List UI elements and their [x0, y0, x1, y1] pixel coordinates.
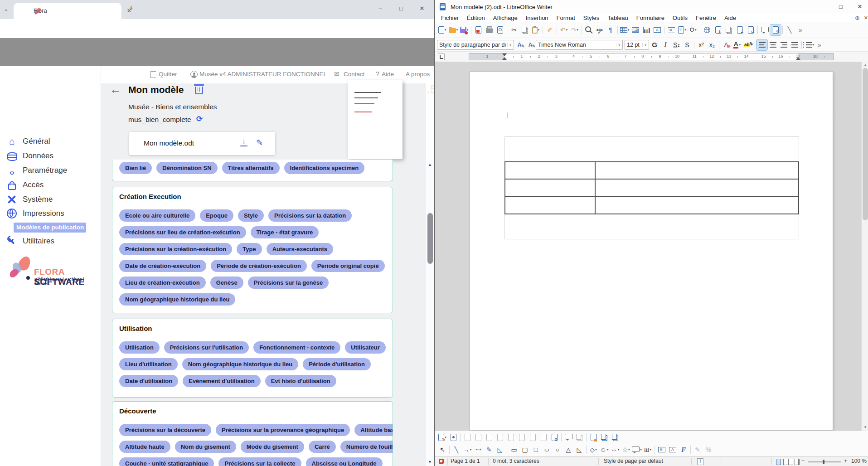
find-replace[interactable]: [583, 24, 594, 35]
save[interactable]: ▾: [459, 24, 470, 35]
menu-insertion[interactable]: Insertion: [522, 14, 553, 22]
curve[interactable]: ~▾: [473, 444, 484, 455]
status-word-count[interactable]: 0 mot, 3 caractères: [493, 458, 539, 464]
insert-bookmark[interactable]: [734, 24, 745, 35]
document-page[interactable]: [470, 71, 833, 430]
open[interactable]: ▾: [448, 24, 459, 35]
chip[interactable]: Précisions sur la genèse: [248, 277, 329, 289]
chip[interactable]: Mode du gisement: [241, 441, 304, 453]
chip[interactable]: Nom géographique historique du lieu: [119, 293, 235, 306]
clone-formatting[interactable]: ✐: [544, 24, 555, 35]
circle[interactable]: ○: [552, 444, 563, 455]
font-name-combo[interactable]: Times New Roman ∨: [536, 40, 623, 50]
chip[interactable]: Précisions sur la collecte: [218, 457, 301, 466]
bullet-list[interactable]: ▾: [803, 39, 814, 50]
table-boundary[interactable]: [504, 136, 799, 239]
writer-scrollbar[interactable]: ▲ ▼: [861, 62, 868, 431]
chip[interactable]: Précisions sur la découverte: [119, 424, 211, 436]
left-indent-marker[interactable]: [502, 57, 507, 60]
horizontal-ruler[interactable]: 1123456789101112131415161718: [469, 53, 834, 60]
browser-tab[interactable]: Flora ✕: [14, 3, 121, 19]
menu-outils[interactable]: Outils: [669, 14, 692, 22]
symbol-shapes[interactable]: ☺▾: [599, 444, 610, 455]
paste[interactable]: ▾: [530, 24, 541, 35]
cross-reference[interactable]: [745, 24, 756, 35]
show-changes[interactable]: [448, 432, 459, 443]
globe-icon[interactable]: ⊕: [855, 15, 860, 21]
chip[interactable]: Tirage - état gravure: [251, 226, 319, 238]
close-document-icon[interactable]: ✕: [864, 15, 868, 21]
status-page-style[interactable]: Style de page par défaut: [604, 458, 663, 464]
insert-line[interactable]: ╲: [784, 24, 795, 35]
insert-field[interactable]: ▾: [677, 24, 688, 35]
chip[interactable]: Période de création-exécution: [211, 260, 307, 272]
polygon[interactable]: ◺: [495, 444, 505, 455]
multi-page-view-icon[interactable]: [783, 459, 788, 465]
clear-formatting[interactable]: [721, 39, 732, 50]
apropos-link[interactable]: A propos: [406, 71, 430, 78]
single-page-view-icon[interactable]: [776, 459, 781, 465]
tab-search-icon[interactable]: ⌄: [4, 5, 9, 12]
font-size-combo[interactable]: 12 pt ∨: [625, 40, 649, 50]
chip[interactable]: Evt histo d'utilisation: [265, 375, 336, 387]
chip[interactable]: Date d'utilisation: [119, 375, 178, 387]
chip[interactable]: Identifications specimen: [284, 162, 365, 174]
chip[interactable]: Utilisateur: [345, 341, 386, 354]
compare-document[interactable]: [599, 432, 610, 443]
align-right[interactable]: [778, 39, 789, 50]
writer-close-button[interactable]: ✕: [852, 1, 868, 12]
reject-all-tracked[interactable]: [538, 432, 549, 443]
insert-comment[interactable]: [759, 24, 770, 35]
sidebar-item-utilitaires[interactable]: Utilitaires: [0, 235, 101, 248]
accept-all-changes[interactable]: [495, 432, 505, 443]
bold[interactable]: G: [649, 39, 660, 50]
menu-aide[interactable]: Aide: [720, 14, 740, 22]
underline[interactable]: S▾: [671, 39, 682, 50]
rounded-rectangle[interactable]: ▢: [519, 444, 530, 455]
new-tab-button[interactable]: +: [129, 4, 134, 13]
reject-all-changes[interactable]: [516, 432, 527, 443]
zoom-slider-thumb[interactable]: [823, 460, 824, 464]
quitter-link[interactable]: Quitter: [159, 71, 177, 78]
insert-text-box[interactable]: [667, 444, 678, 455]
insert-line[interactable]: ╲: [451, 444, 462, 455]
sidebar-item-home[interactable]: ⌂Général: [0, 135, 101, 149]
highlight-color[interactable]: ab▾: [742, 39, 753, 50]
italic[interactable]: I: [660, 39, 671, 50]
callouts[interactable]: ▾: [631, 444, 642, 455]
accept-all-tracked[interactable]: [527, 432, 538, 443]
chip[interactable]: Précisions sur la provenance géographiqu…: [216, 424, 350, 436]
stars-banners[interactable]: ☆▾: [621, 444, 631, 455]
merge-document[interactable]: [610, 432, 621, 443]
scroll-up-icon[interactable]: ▲: [428, 162, 432, 167]
status-page-count[interactable]: Page 1 de 1: [451, 458, 480, 464]
flowchart[interactable]: ⊞▾: [642, 444, 653, 455]
writer-maximize-button[interactable]: □: [833, 1, 849, 12]
menu-formulaire[interactable]: Formulaire: [632, 14, 669, 22]
chip[interactable]: Fonctionnement - contexte: [253, 341, 340, 354]
track-changes[interactable]: [770, 24, 781, 35]
fontwork[interactable]: F: [678, 444, 689, 455]
zoom-slider[interactable]: [808, 461, 841, 462]
menu-format[interactable]: Format: [553, 14, 579, 22]
menu-édition[interactable]: Édition: [463, 14, 489, 22]
tab-stop-selector[interactable]: [438, 53, 445, 60]
menu-tableau[interactable]: Tableau: [603, 14, 632, 22]
align-center[interactable]: [767, 39, 778, 50]
chip[interactable]: Précisions sur la création-exécution: [119, 243, 232, 255]
scroll-down-icon[interactable]: ▼: [863, 425, 867, 429]
scrollbar-thumb[interactable]: [863, 68, 868, 220]
file-card[interactable]: Mon modèle.odt ↓ ✎: [129, 132, 275, 155]
chip[interactable]: Altitude haute: [119, 441, 170, 453]
insert-frame[interactable]: [656, 444, 667, 455]
reject-change[interactable]: [505, 432, 516, 443]
menu-affichage[interactable]: Affichage: [489, 14, 522, 22]
sidebar-item-tools[interactable]: Système: [0, 193, 101, 207]
chip[interactable]: Carré: [309, 441, 336, 453]
book-view-icon[interactable]: [795, 459, 800, 465]
zoom-level[interactable]: 100 %: [851, 458, 867, 464]
chrome-minimize-button[interactable]: –: [373, 3, 388, 15]
select[interactable]: ↖: [437, 444, 448, 455]
sidebar-item-globe[interactable]: Impressions: [0, 207, 101, 221]
chip[interactable]: Utilisation: [119, 341, 160, 354]
